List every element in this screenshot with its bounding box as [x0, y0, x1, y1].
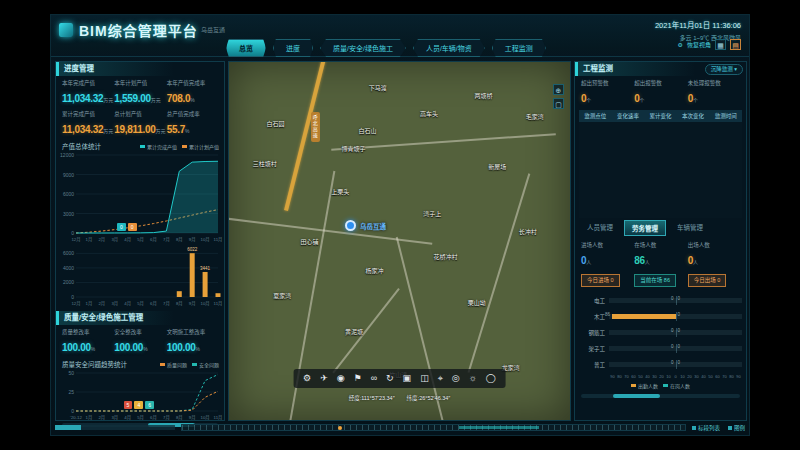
stat-unit: 万元: [156, 128, 166, 134]
stat-item: 总产值完成率55.7%: [167, 110, 219, 137]
stat-label: 进场人数: [581, 241, 634, 249]
link-icon[interactable]: ∞: [371, 373, 377, 384]
view-reset-button[interactable]: 恢复视角: [687, 40, 711, 49]
nav-tab-3[interactable]: 人员/车辆/物资: [413, 39, 485, 57]
stat-unit: %: [185, 128, 189, 134]
map-place-label: 黄泥塘: [345, 327, 363, 336]
stat-value: 86: [634, 255, 645, 266]
map-place-label: 湾子上: [423, 209, 441, 218]
map-view[interactable]: 呼北高速 下马渡两塘桥高车头白石园毛家湾白石山博青塘子三柱塘村新屋场上栗头湾子上…: [228, 61, 571, 421]
svg-text:9000: 9000: [63, 172, 74, 178]
locate-icon[interactable]: ◎: [452, 373, 460, 384]
timeline-track[interactable]: [181, 424, 686, 431]
stat-item: 累计完成产值11,034.32万元: [62, 110, 114, 137]
project-marker-label: 乌岳互通: [360, 221, 386, 231]
footer-item[interactable]: 图例: [728, 424, 745, 432]
left-value: 86: [605, 312, 610, 317]
header-controls: ⚙ 恢复视角 ▦ ▤: [678, 39, 741, 50]
fullscreen-button[interactable]: ▢: [553, 98, 564, 109]
monitor-type-dropdown[interactable]: 沉降监测 ▾: [705, 64, 743, 75]
legend-item: 质量问题: [160, 361, 187, 368]
app-logo-icon: [59, 23, 73, 37]
light-icon[interactable]: ☼: [469, 373, 477, 384]
stat-label: 安全整改率: [114, 328, 166, 336]
stat-label: 本年完成产值: [62, 79, 114, 87]
settings-icon[interactable]: ⚙: [303, 373, 311, 384]
personnel-tab-0[interactable]: 人员管理: [580, 220, 620, 236]
map-place-label: 白石园: [267, 119, 285, 128]
personnel-tab-2[interactable]: 车辆管理: [670, 220, 710, 236]
svg-text:4000: 4000: [63, 265, 74, 271]
nav-tab-0[interactable]: 总览: [226, 39, 266, 57]
map-coordinates: 经度:111°57′23.34″ 纬度:26°52′46.34″: [349, 394, 451, 402]
table-header-cell: 变化速率: [612, 112, 645, 120]
nav-tab-2[interactable]: 质量/安全/绿色施工: [320, 39, 406, 57]
stat-badge[interactable]: 当前在场 86: [634, 274, 676, 287]
svg-text:7月: 7月: [163, 237, 170, 243]
project-marker[interactable]: [345, 220, 356, 231]
stat-value: 11,034.32: [62, 93, 103, 104]
stat-unit: 人: [586, 259, 591, 265]
progress-stats: 本年完成产值11,034.32万元本年计划产值1,559.00万元本年产值完成率…: [56, 76, 224, 139]
map-place-label: 高车头: [420, 109, 438, 118]
right-value: 0: [678, 360, 681, 365]
timeline-progress[interactable]: [55, 425, 175, 430]
cube-icon[interactable]: ▣: [403, 373, 412, 384]
svg-text:25: 25: [68, 389, 74, 395]
legend-item: 累计完成产值: [140, 143, 177, 150]
flag-icon[interactable]: ⚑: [354, 373, 362, 384]
personnel-tab-1[interactable]: 劳务管理: [624, 220, 666, 236]
svg-text:8月: 8月: [176, 415, 183, 421]
stat-unit: %: [195, 346, 199, 352]
svg-text:6000: 6000: [63, 250, 74, 256]
locate-button[interactable]: ⊕: [553, 84, 564, 95]
stat-unit: %: [91, 346, 95, 352]
orbit-icon[interactable]: ◯: [486, 373, 496, 384]
rotate-icon[interactable]: ↻: [386, 373, 394, 384]
monitor-stats: 超出预警数0个超出报警数0个未处理报警数0个: [575, 76, 746, 108]
chart-scrollbar[interactable]: [581, 394, 740, 398]
gear-icon[interactable]: ⚙: [678, 41, 683, 48]
svg-text:11月: 11月: [214, 237, 222, 243]
issue-trend-chart: 546 02550'20-121月2月3月4月5月6月7月8月9月10月11月: [58, 369, 222, 421]
nav-tab-4[interactable]: 工程监测: [492, 39, 546, 57]
worker-row: 钢筋工00: [575, 325, 746, 341]
stat-item: 文明施工整改率100.00%: [167, 328, 219, 355]
svg-text:0: 0: [71, 230, 74, 236]
stat-item: 总计划产值19,811.00万元: [114, 110, 166, 137]
stat-unit: 万元: [103, 128, 113, 134]
layout-icon[interactable]: ▦: [715, 39, 726, 50]
map-place-label: 毛家湾: [526, 112, 544, 121]
nav-tab-1[interactable]: 进度: [273, 39, 313, 57]
svg-text:10月: 10月: [201, 237, 210, 243]
svg-text:12月: 12月: [71, 301, 80, 307]
map-place-label: 博青塘子: [342, 144, 366, 153]
svg-text:9月: 9月: [189, 237, 196, 243]
drone-icon[interactable]: ✈: [320, 373, 328, 384]
stat-value: 100.00: [114, 342, 143, 353]
stat-item: 在场人数86人当前在场 86: [634, 241, 687, 287]
stat-label: 总产值完成率: [167, 110, 219, 118]
menu-icon[interactable]: ▤: [730, 39, 741, 50]
footer-item[interactable]: 标段列表: [692, 424, 720, 432]
stat-label: 总计划产值: [114, 110, 166, 118]
stat-unit: 人: [693, 259, 698, 265]
right-value: 0: [678, 312, 681, 317]
map-place-label: 杨家冲: [365, 266, 383, 275]
stat-value: 55.7: [167, 124, 185, 135]
svg-text:6022: 6022: [187, 247, 198, 252]
split-icon[interactable]: ◫: [420, 373, 429, 384]
svg-text:3000: 3000: [63, 211, 74, 217]
stat-badge[interactable]: 今日进场 0: [581, 274, 620, 287]
stat-item: 出场人数0人今日出场 0: [688, 241, 741, 287]
quality-stats: 质量整改率100.00%安全整改率100.00%文明施工整改率100.00%: [56, 325, 224, 357]
axis-ticks: 9080706050403020100102030405060708090: [575, 373, 746, 379]
measure-icon[interactable]: ⌖: [438, 373, 443, 384]
svg-text:12000: 12000: [60, 152, 74, 158]
stat-item: 本年产值完成率708.0%: [167, 79, 219, 106]
timeline-segment: [459, 426, 539, 429]
table-header-cell: 监测点位: [579, 112, 612, 120]
view-icon[interactable]: ◉: [337, 373, 345, 384]
svg-text:7月: 7月: [163, 301, 170, 307]
stat-badge[interactable]: 今日出场 0: [688, 274, 727, 287]
